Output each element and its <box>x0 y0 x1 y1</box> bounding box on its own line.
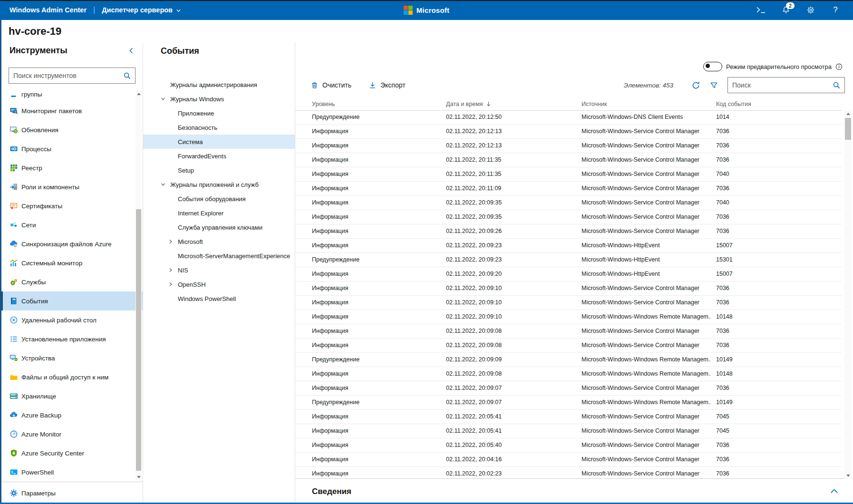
events-table-scrollbar[interactable] <box>844 110 852 479</box>
sidebar-scrollbar[interactable] <box>136 90 142 480</box>
log-tree-item[interactable]: Setup <box>143 163 295 177</box>
scroll-down-arrow[interactable] <box>136 474 142 480</box>
log-tree-item[interactable]: Безопасность <box>143 120 295 135</box>
sidebar-tool-item[interactable]: Обновления <box>0 120 143 139</box>
table-row[interactable]: Информация 02.11.2022, 20:09:08 Microsof… <box>295 339 842 353</box>
column-header-datetime[interactable]: Дата и время <box>446 97 492 110</box>
filter-button[interactable] <box>710 81 718 89</box>
table-row[interactable]: Информация 02.11.2022, 20:11:35 Microsof… <box>295 167 842 182</box>
sidebar-tool-item[interactable]: Мониторинг пакетов <box>0 101 143 120</box>
search-icon[interactable] <box>833 81 844 89</box>
table-row[interactable]: Информация 02.11.2022, 20:09:10 Microsof… <box>295 296 842 310</box>
scroll-up-arrow[interactable] <box>844 110 852 117</box>
sidebar-tool-item[interactable]: Синхронизация файлов Azure <box>0 234 143 253</box>
scrollbar-track[interactable] <box>844 110 852 479</box>
log-tree-item[interactable]: Microsoft-ServerManagementExperience <box>143 249 295 263</box>
column-header-code[interactable]: Код события <box>716 97 751 110</box>
table-row[interactable]: Предупреждение 02.11.2022, 20:12:50 Micr… <box>295 110 842 125</box>
log-tree-item[interactable]: События оборудования <box>143 192 295 206</box>
log-tree-item[interactable]: Internet Explorer <box>143 206 295 220</box>
sidebar-tool-item[interactable]: Удаленный рабочий стол <box>0 310 143 330</box>
sidebar-tool-item[interactable]: Сертификаты <box>0 196 143 215</box>
sidebar-tool-item[interactable]: Устройства <box>0 349 143 368</box>
sidebar-tool-item[interactable]: PowerShell <box>0 463 143 482</box>
log-tree-item[interactable]: Журналы приложений и служб <box>143 177 295 192</box>
log-tree-item[interactable]: Система <box>143 135 295 149</box>
sidebar-tool-item[interactable]: Файлы и общий доступ к ним <box>0 368 143 387</box>
sidebar-item-settings[interactable]: Параметры <box>0 482 143 504</box>
sidebar-tool-item[interactable]: Реестр <box>0 158 143 177</box>
table-row[interactable]: Информация 02.11.2022, 20:05:41 Microsof… <box>295 424 842 438</box>
scroll-up-arrow[interactable] <box>136 90 142 97</box>
table-row[interactable]: Информация 02.11.2022, 20:09:35 Microsof… <box>295 196 842 210</box>
refresh-button[interactable] <box>691 81 700 90</box>
sidebar-tool-item[interactable]: Процессы <box>0 139 143 158</box>
table-row[interactable]: Информация 02.11.2022, 20:04:16 Microsof… <box>295 453 842 467</box>
tool-label: Мониторинг пакетов <box>21 107 82 115</box>
table-row[interactable]: Предупреждение 02.11.2022, 20:09:09 Micr… <box>295 353 842 367</box>
table-row[interactable]: Информация 02.11.2022, 20:09:08 Microsof… <box>295 324 842 339</box>
app-title[interactable]: Windows Admin Center <box>10 6 87 14</box>
sidebar-tool-item[interactable]: Сети <box>0 215 143 234</box>
collapse-sidebar-button[interactable] <box>128 47 135 54</box>
sidebar-tool-item[interactable]: Системный монитор <box>0 253 143 272</box>
table-row[interactable]: Информация 02.11.2022, 20:12:13 Microsof… <box>295 139 842 153</box>
info-icon[interactable] <box>835 63 843 70</box>
clear-button[interactable]: Очистить <box>310 81 351 89</box>
table-row[interactable]: Информация 02.11.2022, 20:09:35 Microsof… <box>295 210 842 224</box>
preview-mode-toggle[interactable] <box>703 62 722 71</box>
chevron-right-icon[interactable] <box>168 281 178 287</box>
table-row[interactable]: Информация 02.11.2022, 20:09:07 Microsof… <box>295 381 842 396</box>
log-tree-item[interactable]: Журналы администрирования <box>143 78 295 92</box>
table-row[interactable]: Информация 02.11.2022, 20:12:13 Microsof… <box>295 125 842 139</box>
scrollbar-thumb[interactable] <box>845 118 851 140</box>
settings-gear-icon[interactable] <box>805 5 816 15</box>
sidebar-tool-item[interactable]: группы <box>0 87 143 101</box>
sidebar-tool-item[interactable]: Azure Security Center <box>0 444 143 463</box>
log-tree-item[interactable]: Microsoft <box>143 234 295 249</box>
chevron-right-icon[interactable] <box>168 267 178 273</box>
sidebar-tool-item[interactable]: Azure Backup <box>0 406 143 425</box>
log-tree-item[interactable]: ForwardedEvents <box>143 149 295 163</box>
sidebar-tool-item[interactable]: Хранилище <box>0 387 143 406</box>
sidebar-tool-item[interactable]: События <box>0 291 143 310</box>
tools-search-input[interactable] <box>9 72 123 79</box>
log-tree-item[interactable]: OpenSSH <box>143 277 295 291</box>
events-search-input[interactable] <box>728 81 833 89</box>
sidebar-tool-item[interactable]: Установленные приложения <box>0 330 143 349</box>
table-row[interactable]: Информация 02.11.2022, 20:05:40 Microsof… <box>295 438 842 453</box>
table-row[interactable]: Информация 02.11.2022, 20:09:26 Microsof… <box>295 224 842 239</box>
sidebar-tool-item[interactable]: Azure Monitor <box>0 425 143 444</box>
table-row[interactable]: Предупреждение 02.11.2022, 20:09:23 Micr… <box>295 253 842 267</box>
scroll-down-arrow[interactable] <box>844 472 852 479</box>
table-row[interactable]: Информация 02.11.2022, 20:09:20 Microsof… <box>295 267 842 281</box>
table-row[interactable]: Информация 02.11.2022, 20:09:10 Microsof… <box>295 310 842 324</box>
scrollbar-thumb[interactable] <box>136 209 141 471</box>
sidebar-tool-item[interactable]: Службы <box>0 272 143 291</box>
table-row[interactable]: Информация 02.11.2022, 20:05:41 Microsof… <box>295 410 842 424</box>
powershell-console-icon[interactable] <box>756 5 766 15</box>
log-tree-item[interactable]: Служба управления ключами <box>143 220 295 234</box>
chevron-down-icon[interactable] <box>160 182 170 187</box>
log-tree-item[interactable]: Windows PowerShell <box>143 291 295 306</box>
table-row[interactable]: Информация 02.11.2022, 20:09:10 Microsof… <box>295 281 842 296</box>
log-tree-item[interactable]: NIS <box>143 263 295 277</box>
table-row[interactable]: Информация 02.11.2022, 20:09:23 Microsof… <box>295 239 842 253</box>
log-tree-item[interactable]: Приложение <box>143 106 295 120</box>
table-row[interactable]: Информация 02.11.2022, 20:11:35 Microsof… <box>295 153 842 167</box>
notifications-bell-icon[interactable]: 2 <box>781 5 791 15</box>
chevron-up-icon[interactable] <box>830 487 839 496</box>
chevron-down-icon[interactable] <box>160 96 170 102</box>
table-row[interactable]: Информация 02.11.2022, 20:11:09 Microsof… <box>295 182 842 196</box>
table-row[interactable]: Предупреждение 02.11.2022, 20:09:07 Micr… <box>295 396 842 410</box>
table-row[interactable]: Информация 02.11.2022, 20:09:08 Microsof… <box>295 367 842 381</box>
column-header-source[interactable]: Источник <box>582 97 607 110</box>
search-icon[interactable] <box>123 72 135 80</box>
column-header-level[interactable]: Уровень <box>312 97 335 110</box>
solution-dropdown[interactable]: Диспетчер серверов <box>102 6 181 14</box>
export-button[interactable]: Экспорт <box>368 81 406 89</box>
log-tree-item[interactable]: Журналы Windows <box>143 92 295 106</box>
help-icon[interactable]: ? <box>830 5 841 15</box>
chevron-right-icon[interactable] <box>168 239 178 244</box>
sidebar-tool-item[interactable]: Роли и компоненты <box>0 177 143 196</box>
